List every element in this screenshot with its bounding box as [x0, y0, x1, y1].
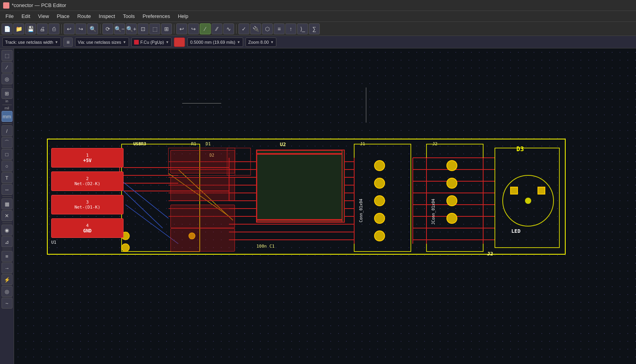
print-button[interactable]: 🖨: [37, 23, 48, 34]
left-toolbar: ⬚ ∕ ◎ ⊞ in mil mm / ⌒ □ ○ T ↔ ▦ ✕ ◉ ⊿ ≡ …: [0, 48, 14, 364]
zoom-area-button[interactable]: ⬚: [149, 23, 160, 34]
unit-mm-button[interactable]: mm: [2, 111, 13, 122]
route-undo-button[interactable]: ↩: [176, 23, 187, 34]
d3-label: D3: [516, 145, 524, 153]
r1-label: R1: [191, 141, 196, 146]
menu-help[interactable]: Help: [174, 12, 192, 20]
update-pcb-button[interactable]: ↑: [285, 23, 296, 34]
push-route-button[interactable]: →: [2, 262, 13, 273]
j2-full-label: JConn_01x04: [431, 199, 435, 225]
zoom-out-button[interactable]: 🔍−: [114, 23, 125, 34]
via-size-select[interactable]: Via: use netclass sizes ▼: [75, 37, 129, 47]
crosshair-horizontal: [182, 103, 221, 103]
zoom-label: Zoom 8.00: [248, 40, 269, 45]
u2-top-pins: [257, 153, 342, 155]
svg-point-70: [122, 244, 129, 252]
pad-3: 3 Net-(D1-K): [51, 195, 124, 214]
pad-1-label: +5V: [83, 158, 92, 163]
calculators-button[interactable]: ∑: [309, 23, 320, 34]
svg-point-62: [447, 161, 457, 171]
track-width-select[interactable]: Track: use netclass width ▼: [2, 37, 61, 47]
interactive-button[interactable]: ⚡: [2, 274, 13, 285]
pad-4: 4 GND: [51, 218, 124, 238]
diagonal-mode-button[interactable]: [174, 37, 185, 47]
menu-route[interactable]: Route: [73, 12, 95, 20]
layer-select[interactable]: F.Cu (PgUp) ▼: [131, 37, 172, 47]
route-track-button[interactable]: ∕: [2, 62, 13, 73]
tune-button[interactable]: ∿: [223, 23, 234, 34]
save-button[interactable]: 💾: [25, 23, 36, 34]
track-width-label: Track: use netclass width: [5, 40, 53, 45]
pad-2-label: Net-(D2-K): [74, 181, 100, 186]
zoom-select[interactable]: Zoom 8.00 ▼: [245, 37, 277, 47]
highlight-net-button[interactable]: ◎: [2, 73, 13, 84]
zoom-fit-button[interactable]: ⊡: [138, 23, 149, 34]
draw-arc-button[interactable]: ⌒: [2, 137, 13, 148]
add-text-button[interactable]: T: [2, 172, 13, 183]
refresh-button[interactable]: ⟳: [102, 23, 113, 34]
menu-inspect[interactable]: Inspect: [95, 12, 119, 20]
net-highlight-button[interactable]: ◎: [2, 286, 13, 297]
menu-view[interactable]: View: [34, 12, 53, 20]
u2-body: [256, 150, 342, 222]
zoom-max-button[interactable]: ⊞: [161, 23, 172, 34]
svg-point-63: [447, 178, 457, 188]
menu-preferences[interactable]: Preferences: [139, 12, 174, 20]
svg-point-64: [447, 196, 457, 206]
titlebar: *conector — PCB Editor: [0, 0, 636, 11]
sep3: [174, 24, 174, 34]
new-button[interactable]: 📄: [2, 23, 13, 34]
r3-component: [170, 205, 235, 228]
drc-button[interactable]: ✓: [238, 23, 249, 34]
delete-button[interactable]: ✕: [2, 210, 13, 221]
pad-3-net: 3: [86, 200, 89, 205]
route-diff-button[interactable]: ∕∕: [211, 23, 222, 34]
print2-button[interactable]: ⎙: [48, 23, 59, 34]
netlist-button[interactable]: ≡: [274, 23, 285, 34]
menu-edit[interactable]: Edit: [18, 12, 34, 20]
find-button[interactable]: 🔍: [87, 23, 98, 34]
zoom-in-button[interactable]: 🔍+: [126, 23, 137, 34]
select-button[interactable]: ⬚: [2, 50, 13, 61]
d1-label: D1: [206, 141, 211, 146]
route-single-button[interactable]: ∕: [200, 23, 211, 34]
redo-button[interactable]: ↪: [75, 23, 86, 34]
menu-place[interactable]: Place: [53, 12, 73, 20]
3d-viewer-button[interactable]: ⬡: [262, 23, 273, 34]
draw-line-button[interactable]: /: [2, 125, 13, 136]
net-inspector-button[interactable]: 🔌: [250, 23, 261, 34]
j1-full-label: Conn_01x04: [359, 199, 363, 222]
zoom-arrow: ▼: [271, 40, 274, 44]
track-width-mode-button[interactable]: ≡: [63, 37, 73, 47]
undo-button[interactable]: ↩: [64, 23, 75, 34]
tune-length-button[interactable]: ~: [2, 298, 13, 309]
add-footprint-button[interactable]: ⊞: [2, 88, 13, 99]
scripting-button[interactable]: ⟩_: [297, 23, 308, 34]
menu-file[interactable]: File: [2, 12, 18, 20]
grid-size-select[interactable]: 0.5000 mm (19.69 mils) ▼: [187, 37, 243, 47]
menu-tools[interactable]: Tools: [119, 12, 138, 20]
pad-4-net: 4: [86, 223, 89, 228]
svg-point-58: [374, 178, 385, 188]
pad-1-net: 1: [86, 153, 89, 158]
draw-circle-button[interactable]: ○: [2, 161, 13, 171]
measure-button[interactable]: ⊿: [2, 236, 13, 247]
r1-d1-component: [170, 150, 235, 173]
svg-rect-37: [495, 148, 559, 248]
layer-label: F.Cu (PgUp): [140, 40, 164, 45]
svg-point-65: [447, 213, 457, 223]
pad-3-label: Net-(D1-K): [74, 205, 100, 210]
draw-rect-button[interactable]: □: [2, 149, 13, 160]
svg-point-60: [374, 213, 385, 223]
route-redo-button[interactable]: ↪: [188, 23, 199, 34]
lt-sep2: [2, 105, 12, 105]
inspect-button[interactable]: ◉: [2, 225, 13, 236]
dimension-button[interactable]: ↔: [2, 184, 13, 195]
open-button[interactable]: 📁: [13, 23, 24, 34]
zone-button[interactable]: ▦: [2, 198, 13, 209]
lt-sep4: [2, 196, 12, 197]
pcb-canvas[interactable]: 1 +5V 2 Net-(D2-K) 3 Net-(D1-K) 4 GND U1…: [14, 48, 636, 364]
track-width-arrow: ▼: [55, 40, 58, 44]
j1-label: J1: [360, 141, 365, 146]
layer-manager-button[interactable]: ≡: [2, 251, 13, 262]
